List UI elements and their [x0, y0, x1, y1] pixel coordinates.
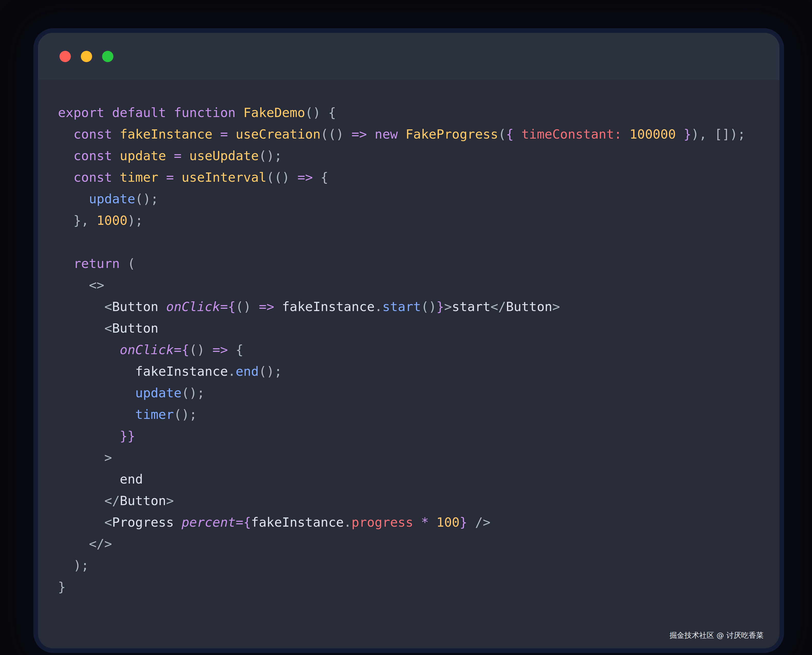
watermark: 掘金技术社区 @ 讨厌吃香菜 [669, 630, 763, 641]
window-titlebar [38, 33, 780, 80]
code-token: > [553, 299, 560, 314]
code-token: = [166, 170, 181, 185]
code-token: new [375, 127, 405, 141]
code-token: (); [259, 364, 282, 379]
code-line: timer(); [58, 404, 764, 425]
code-token: useCreation [235, 127, 321, 141]
code-token: () [421, 299, 436, 314]
code-line: <Button onClick={() => fakeInstance.star… [58, 296, 764, 317]
code-editor: export default function FakeDemo() { con… [38, 80, 780, 598]
code-token: => [259, 299, 282, 314]
code-token: useUpdate [189, 148, 259, 163]
code-token: Button [506, 299, 553, 314]
code-line: const update = useUpdate(); [58, 145, 764, 166]
code-token [58, 364, 135, 379]
code-token: export default function [58, 105, 243, 120]
code-line: }, 1000); [58, 210, 764, 231]
code-token: <> [58, 278, 104, 292]
window-glow: export default function FakeDemo() { con… [33, 28, 784, 653]
code-token: Progress [112, 515, 182, 530]
code-token: { [182, 342, 189, 357]
code-token: ); [127, 213, 143, 228]
code-token: </ [104, 493, 120, 508]
code-token: fakeInstance [120, 127, 220, 141]
code-token: } [58, 580, 66, 594]
code-token: () [235, 299, 259, 314]
code-token: => [212, 342, 235, 357]
code-token: . [228, 364, 235, 379]
code-token: (); [259, 148, 282, 163]
code-token [58, 191, 89, 206]
code-token [58, 342, 120, 357]
code-token: update [89, 191, 135, 206]
code-token: const [74, 170, 120, 185]
code-token: start [452, 299, 491, 314]
code-window: export default function FakeDemo() { con… [38, 33, 780, 648]
code-token: ); [58, 558, 89, 573]
traffic-lights [60, 51, 114, 62]
code-line: update(); [58, 188, 764, 210]
code-token: > [166, 493, 174, 508]
code-token: } [683, 127, 691, 141]
code-token: > [58, 450, 112, 465]
code-token: percent [182, 515, 236, 530]
code-token: ( [498, 127, 506, 141]
code-line: <> [58, 274, 764, 296]
code-line: <Progress percent={fakeInstance.progress… [58, 512, 764, 533]
code-token: /> [467, 515, 491, 530]
code-token [58, 429, 120, 443]
code-line: export default function FakeDemo() { [58, 102, 764, 123]
minimize-button[interactable] [81, 51, 92, 62]
code-token: update [120, 148, 174, 163]
code-line: <Button [58, 317, 764, 339]
zoom-button[interactable] [102, 51, 114, 62]
code-token [58, 170, 74, 185]
code-token: onClick [120, 342, 174, 357]
code-token: (); [174, 407, 197, 422]
code-token: update [135, 386, 182, 400]
code-token: => [297, 170, 321, 185]
code-token: FakeProgress [405, 127, 498, 141]
code-token: onClick [166, 299, 220, 314]
code-token [58, 321, 104, 336]
code-token [58, 256, 74, 271]
code-line [58, 231, 764, 253]
code-token: Button [112, 299, 166, 314]
code-token: Button [120, 493, 166, 508]
code-token: < [104, 321, 112, 336]
code-token [58, 407, 135, 422]
code-token [58, 515, 104, 530]
code-token: { [321, 170, 328, 185]
code-token: (); [182, 386, 205, 400]
code-line: const fakeInstance = useCreation(() => n… [58, 123, 764, 145]
code-token: } [436, 299, 444, 314]
code-token: => [352, 127, 375, 141]
code-line: end [58, 468, 764, 490]
code-token: { [228, 299, 235, 314]
code-line: ); [58, 555, 764, 576]
code-token [58, 148, 74, 163]
code-token: < [104, 299, 112, 314]
close-button[interactable] [60, 51, 71, 62]
code-token: = [220, 299, 228, 314]
code-token: const [74, 148, 120, 163]
code-token: = [174, 342, 182, 357]
code-token: timeConstant: [521, 127, 629, 141]
code-line: fakeInstance.end(); [58, 361, 764, 382]
code-line: const timer = useInterval(() => { [58, 166, 764, 188]
code-token: </> [58, 537, 112, 551]
code-line: return ( [58, 253, 764, 274]
code-token: { [235, 342, 243, 357]
code-token: timer [135, 407, 174, 422]
code-token: (() [267, 170, 297, 185]
code-token [58, 127, 74, 141]
code-line: > [58, 447, 764, 468]
code-token: = [174, 148, 189, 163]
code-token: () { [305, 105, 336, 120]
code-token: FakeDemo [243, 105, 305, 120]
code-token: </ [491, 299, 506, 314]
code-token: timer [120, 170, 166, 185]
code-token: 1000 [97, 213, 127, 228]
code-token [58, 493, 104, 508]
code-token: fakeInstance [282, 299, 375, 314]
